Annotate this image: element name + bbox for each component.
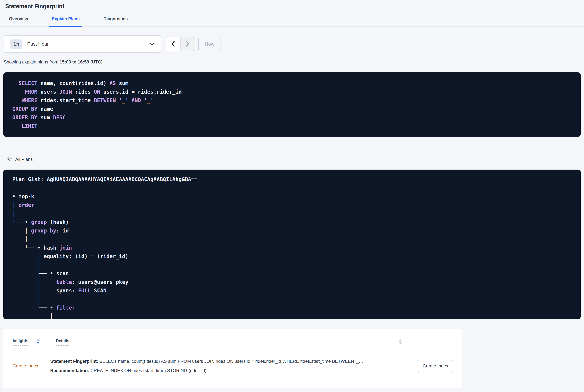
caption-time-range: 15:00 to 16:59 (UTC): [59, 60, 102, 64]
sql-code: SELECT name, count(rides.id) AS sum FROM…: [3, 72, 581, 130]
page-title: Statement Fingerprint: [5, 3, 584, 10]
tab-diagnostics[interactable]: Diagnostics: [101, 16, 130, 26]
statement-fingerprint-value: SELECT name, count(rides.id) AS sum FROM…: [98, 359, 363, 364]
tab-bar: Overview Explain Plans Diagnostics: [0, 16, 584, 27]
sort-icon-insights[interactable]: [36, 339, 40, 344]
time-range-label: Past Hour: [27, 41, 49, 47]
previous-interval-button[interactable]: [166, 37, 180, 51]
tab-overview[interactable]: Overview: [6, 16, 30, 26]
column-header-insights[interactable]: Insights: [13, 338, 56, 346]
statement-fingerprint-line: Statement Fingerprint: SELECT name, coun…: [50, 357, 413, 366]
all-plans-back-link[interactable]: All Plans: [7, 156, 32, 162]
action-cell: Create Index: [418, 360, 453, 372]
sort-up-arrow: [399, 339, 402, 341]
chevron-down-icon: [149, 42, 154, 46]
plan-gist-block: Plan Gist: AgHUAQIABQAAAAHYAQIAiAEAAAADC…: [3, 170, 581, 319]
insights-table-card: Insights Details Create Index Statement …: [3, 329, 462, 388]
sort-down-arrow: [399, 342, 402, 344]
create-index-button[interactable]: Create Index: [418, 360, 453, 372]
next-interval-button[interactable]: [180, 37, 195, 51]
sort-icon-details[interactable]: [399, 339, 402, 344]
now-button[interactable]: Now: [198, 37, 221, 51]
statement-fingerprint-label: Statement Fingerprint:: [50, 359, 98, 364]
time-range-select[interactable]: 1h Past Hour: [4, 35, 161, 53]
arrow-left-icon: [7, 156, 12, 162]
details-header-label[interactable]: Details: [56, 338, 69, 346]
tab-explain-plans[interactable]: Explain Plans: [49, 16, 82, 26]
interval-badge: 1h: [10, 40, 22, 49]
insights-table-header: Insights Details: [7, 329, 453, 350]
chevron-left-icon: [171, 40, 175, 48]
insight-type-link[interactable]: Create Index: [7, 363, 50, 368]
table-row: Create Index Statement Fingerprint: SELE…: [7, 350, 453, 382]
column-header-details[interactable]: Details: [56, 338, 69, 346]
insights-header-label[interactable]: Insights: [13, 338, 28, 346]
chevron-right-icon: [186, 40, 190, 48]
sql-statement-block: SELECT name, count(rides.id) AS sum FROM…: [3, 72, 581, 137]
recommendation-line: Recommendation: CREATE INDEX ON rides (s…: [50, 366, 413, 375]
showing-plans-caption: Showing explain plans from 15:00 to 16:5…: [4, 60, 584, 64]
sort-up-arrow: [36, 339, 40, 341]
insight-details-cell: Statement Fingerprint: SELECT name, coun…: [50, 357, 413, 375]
time-controls: 1h Past Hour Now: [4, 35, 584, 53]
all-plans-label: All Plans: [15, 157, 32, 162]
time-step-button-group: [166, 37, 195, 51]
sort-down-arrow-active: [36, 342, 40, 344]
plan-gist-tree: Plan Gist: AgHUAQIABQAAAAHYAQIAiAEAAAADC…: [3, 170, 581, 319]
recommendation-value: CREATE INDEX ON rides (start_time) STORI…: [89, 368, 208, 373]
recommendation-label: Recommendation:: [50, 368, 89, 373]
caption-prefix: Showing explain plans from: [4, 60, 59, 64]
